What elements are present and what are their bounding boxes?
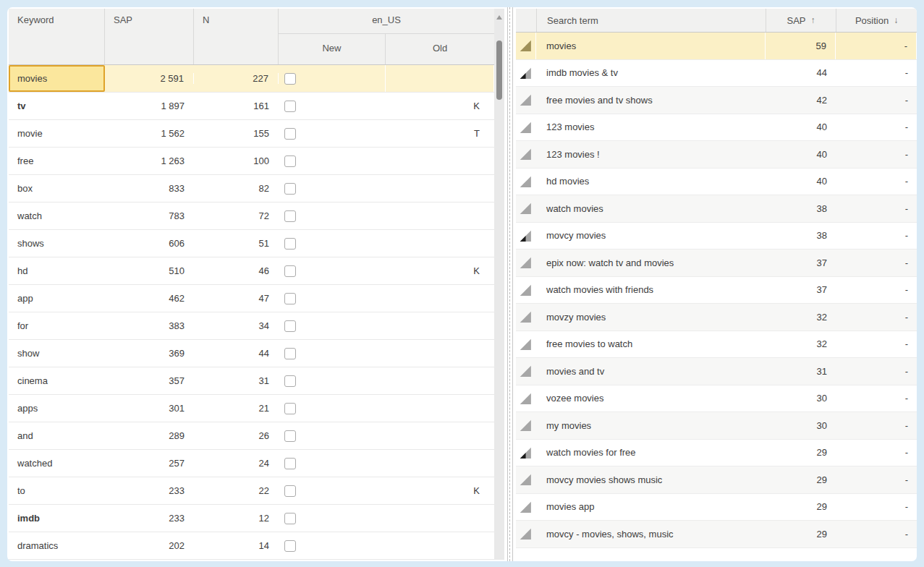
search-term-cell[interactable]: my movies — [536, 420, 766, 431]
column-header-keyword[interactable]: Keyword — [9, 9, 105, 64]
keyword-cell[interactable]: for — [9, 312, 105, 339]
search-term-row[interactable]: free movies to watch32- — [516, 331, 917, 359]
search-term-cell[interactable]: movzy movies — [536, 312, 766, 323]
expand-triangle-icon[interactable] — [516, 446, 536, 459]
search-term-cell[interactable]: 123 movies ! — [536, 149, 766, 160]
new-checkbox[interactable] — [284, 155, 296, 167]
keyword-row[interactable]: watch78372 — [9, 202, 494, 230]
expand-triangle-icon[interactable] — [516, 93, 536, 106]
search-term-cell[interactable]: movcy movies shows music — [536, 474, 766, 485]
keyword-cell[interactable]: and — [9, 422, 105, 449]
new-checkbox[interactable] — [284, 485, 296, 497]
new-checkbox[interactable] — [284, 265, 296, 277]
keyword-cell[interactable]: dramatics — [9, 532, 105, 559]
keyword-cell[interactable]: movies — [9, 65, 105, 92]
column-header-locale-group[interactable]: en_US — [279, 9, 494, 34]
keyword-row[interactable]: cinema35731 — [9, 367, 494, 395]
scroll-up-icon[interactable] — [496, 15, 502, 20]
expand-triangle-icon[interactable] — [516, 148, 536, 161]
keyword-row[interactable]: movies2 591227 — [9, 65, 494, 93]
search-term-row[interactable]: movies59- — [516, 33, 917, 60]
new-checkbox[interactable] — [284, 430, 296, 442]
search-term-row[interactable]: 123 movies !40- — [516, 141, 917, 169]
keyword-cell[interactable]: watched — [9, 450, 105, 477]
keyword-row[interactable]: apps30121 — [9, 395, 494, 422]
search-term-cell[interactable]: watch movies for free — [536, 447, 766, 458]
keyword-row[interactable]: tv1 897161K — [9, 93, 494, 120]
keyword-table-scrollbar[interactable] — [494, 9, 504, 560]
new-checkbox[interactable] — [284, 403, 296, 414]
search-term-cell[interactable]: movcy movies — [536, 230, 766, 241]
keyword-row[interactable]: hd51046K — [9, 257, 494, 285]
expand-triangle-icon[interactable] — [516, 284, 536, 297]
column-header-position-sorted[interactable]: Position ↓ — [836, 9, 917, 32]
keyword-row[interactable]: app46247 — [9, 285, 494, 312]
search-term-row[interactable]: movies and tv31- — [516, 358, 917, 385]
keyword-row[interactable]: and28926 — [9, 422, 494, 450]
scrollbar-thumb[interactable] — [496, 40, 502, 100]
search-term-cell[interactable]: hd movies — [536, 176, 766, 187]
keyword-cell[interactable]: movie — [9, 120, 105, 147]
column-header-n[interactable]: N — [194, 9, 279, 64]
expand-triangle-icon[interactable] — [516, 33, 536, 59]
expand-triangle-icon[interactable] — [516, 229, 536, 242]
keyword-row[interactable]: shows60651 — [9, 230, 494, 257]
search-term-cell[interactable]: imdb movies & tv — [536, 67, 766, 78]
search-term-row[interactable]: hd movies40- — [516, 169, 917, 196]
expand-triangle-icon[interactable] — [516, 175, 536, 188]
expand-triangle-icon[interactable] — [516, 473, 536, 486]
keyword-row[interactable]: movie1 562155T — [9, 120, 494, 148]
search-term-row[interactable]: movcy movies38- — [516, 223, 917, 250]
keyword-cell[interactable]: cinema — [9, 367, 105, 394]
expand-triangle-icon[interactable] — [516, 392, 536, 405]
new-checkbox[interactable] — [284, 238, 296, 250]
keyword-cell[interactable]: tv — [9, 93, 105, 119]
new-checkbox[interactable] — [284, 183, 296, 195]
search-term-cell[interactable]: vozee movies — [536, 393, 766, 404]
search-term-row[interactable]: my movies30- — [516, 412, 917, 440]
search-term-row[interactable]: movzy movies32- — [516, 304, 917, 331]
new-checkbox[interactable] — [284, 73, 296, 85]
keyword-cell[interactable]: app — [9, 285, 105, 312]
search-term-cell[interactable]: watch movies with friends — [536, 284, 766, 295]
column-header-old[interactable]: Old — [386, 34, 494, 64]
search-term-row[interactable]: watch movies38- — [516, 195, 917, 223]
search-term-row[interactable]: free movies and tv shows42- — [516, 87, 917, 114]
keyword-cell[interactable]: shows — [9, 230, 105, 257]
keyword-cell[interactable]: apps — [9, 395, 105, 422]
keyword-row[interactable]: show36944 — [9, 340, 494, 367]
new-checkbox[interactable] — [284, 210, 296, 222]
search-term-cell[interactable]: movies and tv — [536, 366, 766, 377]
keyword-row[interactable]: to23322K — [9, 477, 494, 505]
column-header-new[interactable]: New — [279, 34, 386, 64]
search-term-row[interactable]: vozee movies30- — [516, 385, 917, 413]
panel-splitter[interactable] — [504, 7, 516, 561]
keyword-cell[interactable]: imdb — [9, 505, 105, 532]
search-term-row[interactable]: epix now: watch tv and movies37- — [516, 250, 917, 277]
new-checkbox[interactable] — [284, 320, 296, 332]
expand-triangle-icon[interactable] — [516, 256, 536, 269]
expand-triangle-icon[interactable] — [516, 500, 536, 513]
search-term-cell[interactable]: watch movies — [536, 203, 766, 214]
expand-triangle-icon[interactable] — [516, 527, 536, 540]
expand-triangle-icon[interactable] — [516, 67, 536, 80]
keyword-cell[interactable]: show — [9, 340, 105, 367]
search-term-row[interactable]: movies app29- — [516, 494, 917, 521]
expand-triangle-icon[interactable] — [516, 310, 536, 323]
new-checkbox[interactable] — [284, 348, 296, 359]
search-term-cell[interactable]: 123 movies — [536, 122, 766, 132]
new-checkbox[interactable] — [284, 458, 296, 469]
keyword-cell[interactable]: hd — [9, 257, 105, 284]
new-checkbox[interactable] — [284, 101, 296, 112]
column-header-sap[interactable]: SAP — [105, 9, 194, 64]
search-term-cell[interactable]: movcy - movies, shows, music — [536, 529, 766, 540]
keyword-cell[interactable]: free — [9, 148, 105, 174]
keyword-cell[interactable]: watch — [9, 202, 105, 229]
keyword-row[interactable]: watched25724 — [9, 450, 494, 477]
keyword-row[interactable]: free1 263100 — [9, 148, 494, 175]
new-checkbox[interactable] — [284, 375, 296, 387]
search-term-cell[interactable]: epix now: watch tv and movies — [536, 257, 766, 268]
search-term-cell[interactable]: free movies to watch — [536, 338, 766, 349]
search-term-row[interactable]: watch movies with friends37- — [516, 277, 917, 304]
expand-triangle-icon[interactable] — [516, 419, 536, 432]
